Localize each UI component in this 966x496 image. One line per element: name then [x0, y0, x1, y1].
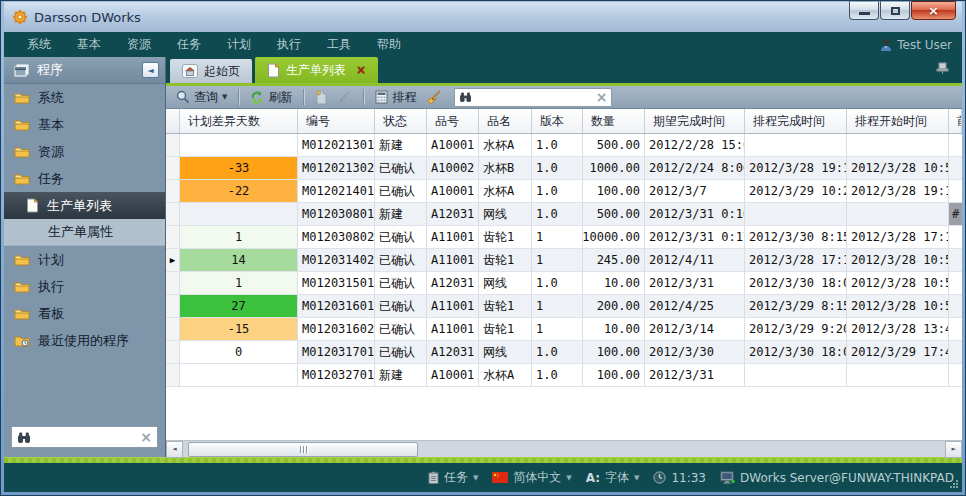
scroll-left-arrow-icon[interactable]: ◄: [166, 441, 183, 458]
status-language-menu[interactable]: 简体中文 ▼: [492, 469, 571, 486]
user-badge[interactable]: Test User: [880, 38, 952, 52]
query-button[interactable]: 查询 ▼: [174, 89, 229, 106]
schedule-button[interactable]: 排程: [373, 89, 418, 106]
table-row-6[interactable]: 1M012031501已确认A12031网线1.010.002012/3/312…: [166, 272, 962, 295]
new-button[interactable]: [313, 90, 330, 105]
table-row-10[interactable]: M012032701新建A10001水杯A1.0100.002012/3/31: [166, 364, 962, 387]
sidebar-item-3[interactable]: 任务: [4, 165, 165, 192]
table-row-9[interactable]: 0M012031701已确认A12031网线1.0100.002012/3/30…: [166, 341, 962, 364]
resize-grip[interactable]: [949, 479, 959, 489]
tab-close-icon[interactable]: ×: [356, 63, 366, 77]
menu-item-3[interactable]: 任务: [164, 36, 214, 53]
sidebar-item-9[interactable]: 最近使用的程序: [4, 327, 165, 354]
row-indicator: [166, 318, 180, 341]
cell-no: M012031501: [298, 272, 375, 295]
sidebar-search-input[interactable]: [36, 430, 135, 444]
sidebar-item-1[interactable]: 基本: [4, 111, 165, 138]
pencil-icon: [338, 90, 352, 104]
cell-partial: #: [949, 203, 962, 226]
status-font-menu[interactable]: A: 字体 ▼: [586, 469, 640, 486]
tab-1[interactable]: 生产单列表×: [255, 57, 378, 83]
sidebar-item-label: 执行: [38, 278, 64, 296]
toolbar-search-input[interactable]: [476, 90, 591, 104]
column-header-2[interactable]: 状态: [375, 109, 427, 133]
grid-corner-cell: [166, 109, 180, 133]
cell-item_name: 齿轮1: [479, 226, 532, 249]
toolbar-search: ×: [454, 88, 612, 107]
sidebar-item-8[interactable]: 看板: [4, 300, 165, 327]
sidebar-item-4[interactable]: 生产单列表: [4, 192, 165, 219]
sidebar-item-0[interactable]: 系统: [4, 84, 165, 111]
query-dropdown-caret-icon[interactable]: ▼: [222, 93, 227, 101]
horizontal-scrollbar[interactable]: ◄ ►: [166, 440, 962, 457]
maximize-icon: [891, 7, 900, 15]
close-button[interactable]: ×: [911, 1, 956, 20]
table-row-3[interactable]: M012030801新建A12031网线1.0500.002012/3/31 0…: [166, 203, 962, 226]
tab-0[interactable]: 起始页: [170, 59, 252, 83]
menu-item-6[interactable]: 工具: [314, 36, 364, 53]
table-row-2[interactable]: -22M012021401已确认A10001水杯A1.0100.002012/3…: [166, 180, 962, 203]
cell-partial: [949, 341, 962, 364]
maximize-button[interactable]: [880, 1, 910, 20]
column-header-4[interactable]: 品名: [479, 109, 532, 133]
table-row-8[interactable]: -15M012031602已确认A11001齿轮1110.002012/3/14…: [166, 318, 962, 341]
menu-item-5[interactable]: 执行: [264, 36, 314, 53]
menu-item-0[interactable]: 系统: [14, 36, 64, 53]
column-header-6[interactable]: 数量: [583, 109, 645, 133]
cell-partial: [949, 364, 962, 387]
menu-item-4[interactable]: 计划: [214, 36, 264, 53]
menu-item-2[interactable]: 资源: [114, 36, 164, 53]
sidebar-header: 程序 ◄: [4, 57, 165, 84]
menu-item-1[interactable]: 基本: [64, 36, 114, 53]
clean-button[interactable]: [424, 90, 444, 105]
minimize-button[interactable]: [849, 1, 879, 20]
scroll-right-arrow-icon[interactable]: ►: [945, 441, 962, 458]
sidebar-item-7[interactable]: 执行: [4, 273, 165, 300]
menu-item-7[interactable]: 帮助: [364, 36, 414, 53]
toolbar: 查询 ▼ 刷新: [166, 86, 962, 109]
row-indicator: [166, 180, 180, 203]
cell-no: M012031602: [298, 318, 375, 341]
cell-qty: 10.00: [583, 318, 645, 341]
toolbar-search-clear-icon[interactable]: ×: [596, 90, 608, 104]
table-row-1[interactable]: -33M012021302已确认A10002水杯B1.01000.002012/…: [166, 157, 962, 180]
cell-sched_start: 2012/3/28 19:10: [847, 180, 949, 203]
sidebar-item-6[interactable]: 计划: [4, 246, 165, 273]
status-task-menu[interactable]: 任务 ▼: [428, 469, 478, 486]
edit-button[interactable]: [336, 90, 354, 104]
table-row-7[interactable]: 27M012031601已确认A11001齿轮11200.002012/4/25…: [166, 295, 962, 318]
pin-icon[interactable]: [935, 62, 950, 74]
column-header-5[interactable]: 版本: [532, 109, 583, 133]
document-icon: [26, 198, 39, 213]
sidebar-item-5[interactable]: 生产单属性: [4, 219, 165, 246]
cell-expect: 2012/4/11: [645, 249, 745, 272]
column-header-8[interactable]: 排程完成时间: [745, 109, 847, 133]
table-row-5[interactable]: ▶14M012031402已确认A11001齿轮11245.002012/4/1…: [166, 249, 962, 272]
table-row-0[interactable]: M012021301新建A10001水杯A1.0500.002012/2/28 …: [166, 134, 962, 157]
table-row-4[interactable]: 1M012030802已确认A11001齿轮1110000.002012/3/3…: [166, 226, 962, 249]
row-indicator: [166, 341, 180, 364]
column-header-7[interactable]: 期望完成时间: [645, 109, 745, 133]
sidebar-collapse-button[interactable]: ◄: [142, 62, 159, 78]
cell-sched_end: [745, 203, 847, 226]
refresh-button[interactable]: 刷新: [248, 89, 294, 106]
status-server[interactable]: DWorks Server@FUNWAY-THINKPAD: [720, 471, 954, 485]
sidebar-search-clear-icon[interactable]: ×: [140, 430, 152, 444]
row-indicator: [166, 295, 180, 318]
column-header-1[interactable]: 编号: [298, 109, 375, 133]
column-header-9[interactable]: 排程开始时间: [847, 109, 949, 133]
column-header-partial[interactable]: 前: [949, 109, 962, 133]
cell-qty: 200.00: [583, 295, 645, 318]
cell-item_name: 水杯A: [479, 134, 532, 157]
cell-status: 已确认: [375, 249, 427, 272]
cell-status: 新建: [375, 364, 427, 387]
broom-icon: [426, 90, 442, 105]
sidebar-item-2[interactable]: 资源: [4, 138, 165, 165]
scrollbar-thumb[interactable]: [188, 442, 418, 457]
cell-item_name: 齿轮1: [479, 318, 532, 341]
column-header-0[interactable]: 计划差异天数: [180, 109, 298, 133]
status-time: 11:33: [671, 471, 706, 485]
cell-partial: [949, 272, 962, 295]
column-header-3[interactable]: 品号: [427, 109, 479, 133]
tab-strip: 起始页生产单列表×: [166, 57, 962, 83]
